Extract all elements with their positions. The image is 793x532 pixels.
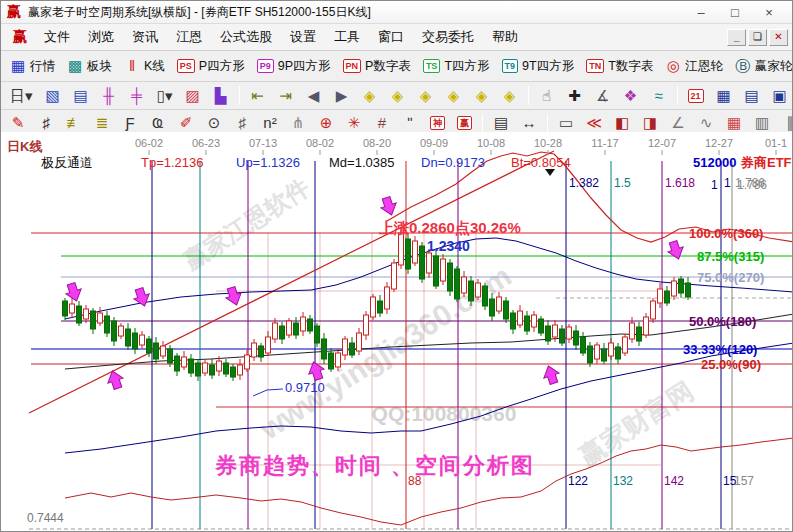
candle-body: [455, 269, 460, 299]
grid-red-icon-button[interactable]: ▦: [721, 112, 747, 134]
watermark-text: QQ:100800360: [372, 402, 517, 425]
toolbar-separator: [239, 86, 240, 105]
close-button[interactable]: ×: [752, 5, 786, 20]
menu-item-7[interactable]: 窗口: [369, 26, 413, 48]
t-table-button[interactable]: TNT数字表: [581, 56, 658, 77]
fan-a-icon-button[interactable]: ⋔: [285, 112, 311, 134]
t-square-button[interactable]: TST四方形: [418, 56, 495, 77]
mdi-minimize-button[interactable]: _: [727, 29, 746, 46]
minimize-button[interactable]: –: [684, 5, 718, 20]
quotes-button[interactable]: ▦行情: [5, 55, 60, 77]
chart-text: 1.382: [569, 176, 599, 190]
kline-style-dropdown-button[interactable]: 日▾: [5, 85, 38, 107]
first-icon-button[interactable]: ⇤: [245, 85, 271, 107]
wheel-icon-button[interactable]: ✳: [341, 112, 367, 134]
kline-chart-canvas[interactable]: QQ:100800360www.yingjia360.com赢家江恩软件赢家财富…: [1, 132, 793, 532]
shen-icon-button[interactable]: 神: [425, 114, 450, 132]
t9-square-button[interactable]: T99T四方形: [497, 56, 580, 77]
ruler123-icon-button[interactable]: ▤: [488, 112, 514, 134]
calendar-icon-button[interactable]: 21: [683, 87, 709, 105]
thin-candle-dropdown-button[interactable]: ▯▾: [152, 85, 178, 107]
diamond-star-icon-button[interactable]: ◈: [441, 85, 467, 107]
maximize-button[interactable]: □: [718, 5, 752, 20]
histogram-icon-button[interactable]: ▙: [208, 85, 234, 107]
cycle-clock-icon-button[interactable]: ⊙: [201, 112, 227, 134]
n2-icon-button[interactable]: n²: [257, 112, 283, 134]
menu-item-9[interactable]: 帮助: [483, 26, 527, 48]
bars-3-icon-button[interactable]: ╫: [96, 85, 122, 107]
menu-item-3[interactable]: 江恩: [167, 26, 211, 48]
ying-icon-button[interactable]: 赢: [452, 114, 477, 132]
menu-item-6[interactable]: 工具: [325, 26, 369, 48]
kline-button[interactable]: ‖K线: [119, 55, 170, 77]
grid2-icon: ▥: [754, 114, 770, 132]
notes-icon-button[interactable]: ▤: [739, 85, 765, 107]
gann-shape-icon-button[interactable]: ❖: [618, 85, 644, 107]
p-table-button[interactable]: PNP数字表: [338, 56, 416, 77]
candle-body: [98, 313, 103, 323]
winner-wheel-label: 赢家轮: [755, 58, 793, 75]
angle-icon-button[interactable]: ∡: [590, 85, 616, 107]
gold-ruler2-icon-button[interactable]: ≣: [89, 112, 115, 134]
candle-body: [644, 317, 649, 335]
diamond-left-icon-button[interactable]: ◈: [357, 85, 383, 107]
p9-square-button[interactable]: P99P四方形: [252, 56, 336, 77]
mdi-close-button[interactable]: ✕: [769, 29, 788, 46]
last-icon-button[interactable]: ⇥: [273, 85, 299, 107]
p-square-button[interactable]: PSP四方形: [172, 56, 250, 77]
menu-item-1[interactable]: 浏览: [79, 26, 123, 48]
sectors-label: 板块: [87, 58, 112, 75]
pencil2-icon-button[interactable]: ✐: [173, 112, 199, 134]
next-icon-button[interactable]: ▶: [329, 85, 355, 107]
mdi-restore-button[interactable]: ❏: [748, 29, 767, 46]
chart-text: 10-08: [477, 137, 505, 149]
gann-circle-icon-button[interactable]: ⊕: [313, 112, 339, 134]
spiral-icon-button[interactable]: Ҩ: [145, 112, 171, 134]
app-window: 赢 赢家老子时空周期系统[纵横版] - [券商ETF SH512000-155日…: [0, 0, 793, 532]
candle-body: [483, 286, 488, 306]
kline-chart-area[interactable]: QQ:100800360www.yingjia360.com赢家江恩软件赢家财富…: [1, 132, 793, 532]
zigzag-icon-button[interactable]: ∿: [693, 112, 719, 134]
diamond-v-icon-button[interactable]: ◈: [497, 85, 523, 107]
candle-body: [616, 347, 621, 359]
width-measure-icon-button[interactable]: ↔: [516, 112, 542, 134]
slants-icon-button[interactable]: ∥: [777, 112, 793, 134]
candle-body: [322, 339, 327, 359]
fan-lines-icon-button[interactable]: ≪: [581, 112, 607, 134]
save-icon-button[interactable]: ▣: [767, 85, 793, 107]
hand-icon-button[interactable]: ☝: [534, 85, 560, 107]
f-ruler-icon-button[interactable]: Ƒ: [117, 112, 143, 134]
gann-wheel-button[interactable]: ◎江恩轮: [660, 55, 728, 77]
next-icon: ▶: [334, 87, 350, 105]
ruler2-icon-button[interactable]: ♯: [229, 112, 255, 134]
wave-icon-button[interactable]: ≈: [646, 85, 672, 107]
sectors-button[interactable]: ▩板块: [62, 55, 117, 77]
diamond-h-icon-button[interactable]: ◈: [469, 85, 495, 107]
crosshair-icon-button[interactable]: ✚: [562, 85, 588, 107]
pencil-icon-button[interactable]: ✎: [5, 112, 31, 134]
square-spiral-icon-button[interactable]: #: [369, 112, 395, 134]
network-icon-button[interactable]: ▧: [40, 85, 66, 107]
grid2-icon-button[interactable]: ▥: [749, 112, 775, 134]
menu-item-4[interactable]: 公式选股: [211, 26, 281, 48]
pattern-icon-button[interactable]: ▨: [180, 85, 206, 107]
m-mark-icon-button[interactable]: ʺ: [397, 112, 423, 134]
menu-item-8[interactable]: 交易委托: [413, 26, 483, 48]
diamond-cross-icon-button[interactable]: ◈: [413, 85, 439, 107]
diamond-right-icon-button[interactable]: ◈: [385, 85, 411, 107]
menu-item-0[interactable]: 文件: [35, 26, 79, 48]
box-shade-icon-button[interactable]: ◨: [637, 112, 663, 134]
prev-icon-button[interactable]: ◀: [301, 85, 327, 107]
ruler-ticks-icon-button[interactable]: ♯: [33, 112, 59, 134]
calculator-icon-button[interactable]: ▦: [711, 85, 737, 107]
menu-item-2[interactable]: 资讯: [123, 26, 167, 48]
bars-9-icon-button[interactable]: ╪: [124, 85, 150, 107]
info-doc-icon-button[interactable]: ▤: [68, 85, 94, 107]
angle-lines-icon-button[interactable]: ∠: [665, 112, 691, 134]
menu-item-5[interactable]: 设置: [281, 26, 325, 48]
t9-square-label: 9T四方形: [522, 58, 574, 75]
box-fan-icon-button[interactable]: ◧: [609, 112, 635, 134]
winner-wheel-button[interactable]: Ⓑ赢家轮: [730, 55, 793, 77]
gold-ruler-icon-button[interactable]: ≢: [61, 112, 87, 134]
box-icon-button[interactable]: ▭: [553, 112, 579, 134]
